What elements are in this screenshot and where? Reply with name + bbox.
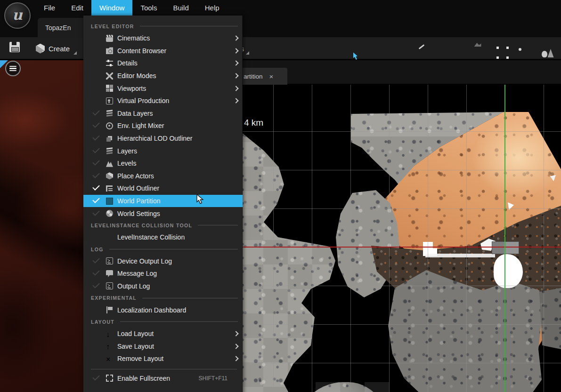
modeling-mode-button[interactable] — [485, 37, 510, 59]
select-mode-button[interactable] — [335, 37, 360, 59]
grid-line-vertical — [389, 85, 390, 392]
partition-square-icon — [106, 198, 113, 205]
terminal-icon — [106, 257, 113, 264]
menubar-item-tools[interactable]: Tools — [132, 0, 165, 16]
menu-section-levelinstance-collision-tool: LEVELINSTANCE COLLISION TOOL — [83, 220, 243, 231]
place-actors-menu-item[interactable]: Place Actors — [83, 170, 243, 183]
viewport-menu-button[interactable] — [5, 61, 21, 76]
flag-icon — [106, 306, 113, 313]
layout-save-icon — [106, 343, 113, 350]
cinematics-menu-item[interactable]: Cinematics — [83, 32, 243, 45]
menubar-items: FileEditWindowToolsBuildHelp — [36, 0, 228, 16]
menu-divider — [91, 369, 237, 369]
layout-remove-icon — [106, 355, 113, 362]
tab-close-icon[interactable]: × — [269, 73, 274, 80]
unloaded-cell-white-large — [494, 254, 523, 288]
terrain-bottom-blob — [291, 382, 396, 392]
foliage-mode-button[interactable] — [385, 37, 410, 59]
menu-section-level-editor: LEVEL EDITOR — [83, 20, 243, 32]
grid-line-vertical — [312, 85, 312, 392]
layers-icon — [106, 147, 113, 155]
mouse-cursor — [196, 194, 204, 205]
grid-line-vertical — [428, 85, 428, 392]
tools-icon — [106, 72, 113, 80]
world-origin-y-axis — [504, 85, 505, 392]
terrain-left-landmass — [239, 118, 347, 392]
device-output-log-menu-item[interactable]: Device Output Log — [83, 255, 243, 268]
editor-mode-buttons — [335, 37, 561, 59]
unreal-logo: u — [4, 2, 31, 29]
world-settings-menu-item[interactable]: World Settings — [83, 207, 243, 220]
animation-mode-button[interactable] — [510, 37, 535, 59]
enable-fullscreen-menu-item[interactable]: Enable FullscreenSHIFT+F11 — [83, 372, 243, 385]
mountain-icon — [106, 160, 113, 167]
layers-icon — [106, 110, 113, 118]
save-button[interactable] — [9, 42, 22, 54]
mesh-paint-mode-button[interactable] — [410, 37, 435, 59]
shapes-mode-button[interactable] — [535, 37, 560, 59]
outline-list-icon — [106, 185, 113, 192]
create-button[interactable]: Create — [31, 40, 81, 57]
terrain-right-edge-strip — [539, 288, 561, 349]
unloaded-band-white — [425, 254, 495, 257]
viewports-menu-item[interactable]: Viewports — [83, 82, 243, 95]
menu-section-log: LOG — [83, 244, 243, 255]
dropdown-corner-icon — [246, 51, 249, 55]
shortcut-label: SHIFT+F11 — [199, 375, 234, 382]
hierarchical-lod-outliner-menu-item[interactable]: Hierarchical LOD Outliner — [83, 132, 243, 145]
env-light-mixer-menu-item[interactable]: Env. Light Mixer — [83, 120, 243, 132]
terminal-icon — [106, 282, 113, 289]
virtual-production-menu-item[interactable]: Virtual Production — [83, 95, 243, 107]
grid-line-vertical — [544, 85, 544, 392]
menu-section-layout: LAYOUT — [83, 316, 243, 328]
levelinstance-collision-menu-item[interactable]: LevelInstance Collision — [83, 231, 243, 244]
menu-section-experimental: EXPERIMENTAL — [83, 292, 243, 304]
remove-layout-menu-item[interactable]: Remove Layout — [83, 352, 243, 365]
localization-dashboard-menu-item[interactable]: Localization Dashboard — [83, 304, 243, 316]
fracture-mode-button[interactable] — [435, 37, 460, 59]
editor-modes-menu-item[interactable]: Editor Modes — [83, 70, 243, 82]
cell-block-gray — [492, 241, 519, 254]
clapperboard-icon — [106, 35, 113, 42]
viewports-icon — [106, 85, 113, 92]
message-icon — [106, 270, 113, 277]
dropdown-corner-icon — [73, 51, 77, 55]
save-icon — [9, 42, 20, 52]
asset-tab-label: TopazEn — [45, 24, 71, 32]
load-layout-menu-item[interactable]: Load Layout — [83, 328, 243, 340]
world-outliner-menu-item[interactable]: World Outliner — [83, 182, 243, 195]
level-viewport[interactable] — [0, 60, 83, 392]
details-menu-item[interactable]: Details — [83, 57, 243, 70]
unreal-logo-glyph: u — [12, 7, 23, 23]
layout-load-icon — [106, 330, 113, 337]
menubar-item-file[interactable]: File — [36, 0, 63, 16]
layers-menu-item[interactable]: Layers — [83, 144, 243, 157]
create-label: Create — [49, 45, 70, 53]
menubar-item-help[interactable]: Help — [197, 0, 228, 16]
menubar-item-edit[interactable]: Edit — [63, 0, 91, 16]
hlod-icon — [106, 137, 111, 142]
brush-editing-mode-button[interactable] — [460, 37, 485, 59]
virtual-production-icon — [106, 97, 113, 104]
grid-line-vertical — [350, 85, 351, 392]
menubar-item-window[interactable]: Window — [91, 0, 132, 16]
grid-line-vertical — [273, 85, 274, 392]
save-layout-menu-item[interactable]: Save Layout — [83, 340, 243, 352]
globe-icon — [106, 210, 113, 217]
landscape-mode-button[interactable] — [360, 37, 385, 59]
fullscreen-icon — [106, 375, 113, 382]
grid-line-vertical — [466, 85, 467, 392]
output-log-menu-item[interactable]: Output Log — [83, 280, 243, 293]
data-layers-menu-item[interactable]: Data Layers — [83, 107, 243, 120]
menubar-item-build[interactable]: Build — [165, 0, 196, 16]
terrain-right-landmass — [388, 270, 544, 392]
window-menu-dropdown: LEVEL EDITORCinematicsContent BrowserDet… — [83, 16, 243, 392]
message-log-menu-item[interactable]: Message Log — [83, 267, 243, 280]
world-partition-tab-label: artition — [244, 73, 263, 80]
map-scale-label: 4 km — [244, 118, 263, 128]
levels-menu-item[interactable]: Levels — [83, 157, 243, 170]
sliders-icon — [106, 60, 113, 67]
world-partition-menu-item[interactable]: World Partition — [83, 195, 243, 208]
content-browser-menu-item[interactable]: Content Browser — [83, 45, 243, 57]
create-cube-icon — [36, 44, 45, 54]
